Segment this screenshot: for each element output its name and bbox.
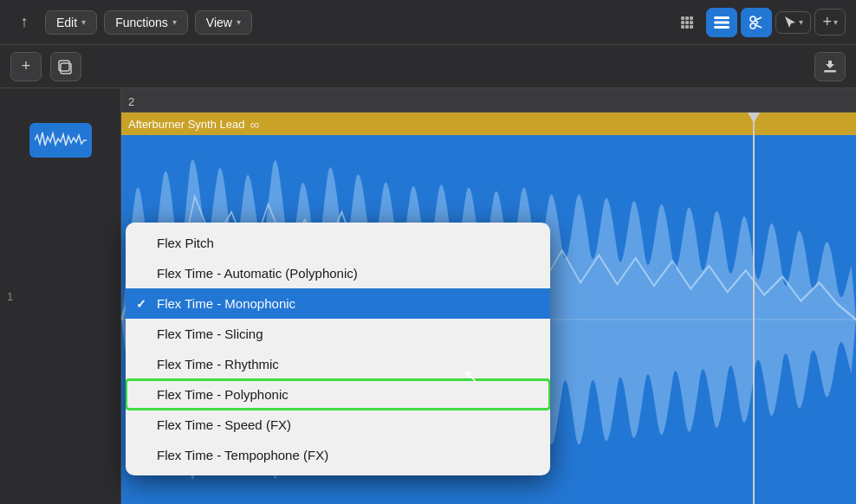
svg-rect-0 <box>681 16 684 20</box>
grid-view-button[interactable] <box>671 8 703 37</box>
menu-item-label: Flex Time - Polyphonic <box>157 387 289 402</box>
track-loop-icon: ∞ <box>250 117 259 132</box>
menu-item-label: Flex Time - Speed (FX) <box>157 417 291 432</box>
svg-rect-8 <box>690 25 693 29</box>
back-button[interactable]: ↑ <box>10 9 38 36</box>
flex-mode-dropdown: Flex PitchFlex Time - Automatic (Polypho… <box>126 223 550 475</box>
list-view-button[interactable] <box>706 8 737 37</box>
flex-view-button[interactable] <box>741 8 772 37</box>
svg-rect-10 <box>714 21 730 23</box>
mini-waveform-icon <box>35 128 87 152</box>
timeline-ruler: 2 <box>121 88 856 113</box>
menu-item-flex-time-rhythmic[interactable]: Flex Time - Rhythmic <box>126 349 550 379</box>
checkmark-icon: ✓ <box>136 297 146 311</box>
duplicate-button[interactable] <box>50 52 81 81</box>
svg-rect-21 <box>824 70 836 73</box>
menu-item-label: Flex Time - Rhythmic <box>157 357 279 372</box>
track-panel: 1 <box>0 88 121 504</box>
add-track-button[interactable]: + <box>10 52 42 81</box>
menu-item-flex-time-tempophone[interactable]: Flex Time - Tempophone (FX) <box>126 440 550 470</box>
edit-menu-button[interactable]: Edit ▾ <box>45 10 97 35</box>
track-header-bar: Afterburner Synth Lead ∞ <box>121 113 856 135</box>
playhead-triangle <box>748 113 760 123</box>
svg-rect-7 <box>685 25 689 29</box>
playhead <box>753 113 755 504</box>
svg-rect-4 <box>685 21 689 24</box>
arrow-tool-button[interactable]: ▾ <box>775 11 811 34</box>
menu-item-label: Flex Time - Slicing <box>157 326 263 341</box>
svg-rect-6 <box>681 25 684 29</box>
svg-rect-11 <box>714 26 730 29</box>
toolbar-icon-group: ▾ + ▾ <box>671 8 846 37</box>
menu-item-label: Flex Time - Monophonic <box>157 296 295 311</box>
track-number: 1 <box>7 290 13 303</box>
secondary-toolbar: + <box>0 45 856 88</box>
svg-rect-2 <box>690 16 693 20</box>
menu-item-flex-time-slicing[interactable]: Flex Time - Slicing <box>126 319 550 349</box>
svg-rect-1 <box>685 16 689 20</box>
svg-marker-18 <box>785 16 795 28</box>
menu-item-flex-time-auto[interactable]: Flex Time - Automatic (Polyphonic) <box>126 258 550 288</box>
track-name: Afterburner Synth Lead <box>128 118 244 131</box>
svg-rect-9 <box>714 16 730 19</box>
add-button[interactable]: + ▾ <box>814 9 846 36</box>
functions-menu-button[interactable]: Functions ▾ <box>104 10 188 35</box>
download-button[interactable] <box>814 52 846 81</box>
menu-item-label: Flex Pitch <box>157 236 214 250</box>
svg-line-17 <box>755 23 759 25</box>
track-icon[interactable] <box>29 123 92 158</box>
svg-rect-3 <box>681 21 684 24</box>
menu-item-label: Flex Time - Automatic (Polyphonic) <box>157 266 358 281</box>
ruler-number: 2 <box>128 95 134 108</box>
menu-item-flex-pitch[interactable]: Flex Pitch <box>126 228 550 258</box>
menu-item-label: Flex Time - Tempophone (FX) <box>157 448 328 462</box>
svg-rect-5 <box>690 21 693 24</box>
menu-item-flex-time-speed[interactable]: Flex Time - Speed (FX) <box>126 410 550 440</box>
menu-item-flex-time-mono[interactable]: ✓Flex Time - Monophonic <box>126 288 550 319</box>
main-area: 1 2 Afterburner Synth Lead ∞ <box>0 88 856 504</box>
svg-marker-22 <box>826 61 834 68</box>
view-menu-button[interactable]: View ▾ <box>195 10 252 35</box>
main-toolbar: ↑ Edit ▾ Functions ▾ View ▾ <box>0 0 856 45</box>
menu-item-flex-time-poly[interactable]: Flex Time - Polyphonic <box>126 379 550 410</box>
